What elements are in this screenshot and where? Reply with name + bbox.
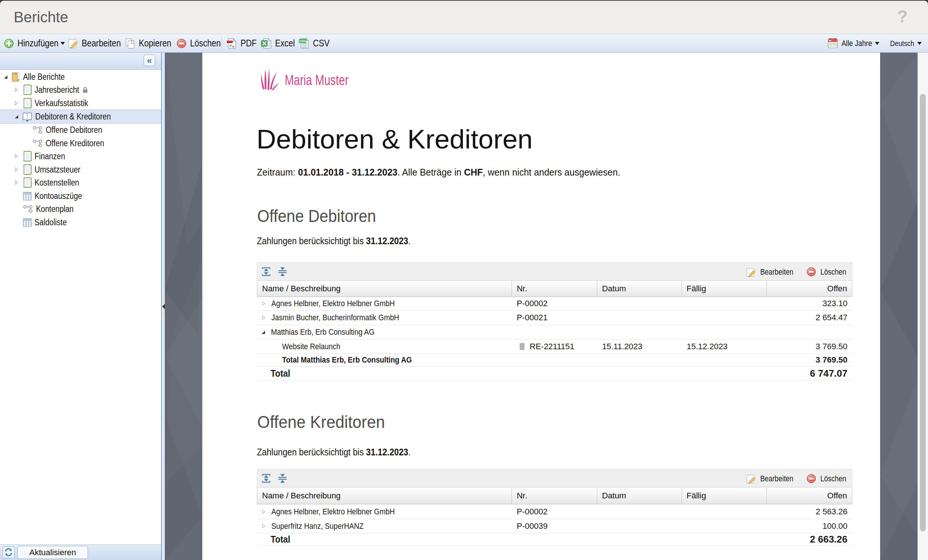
svg-text:CSV: CSV — [299, 39, 306, 43]
